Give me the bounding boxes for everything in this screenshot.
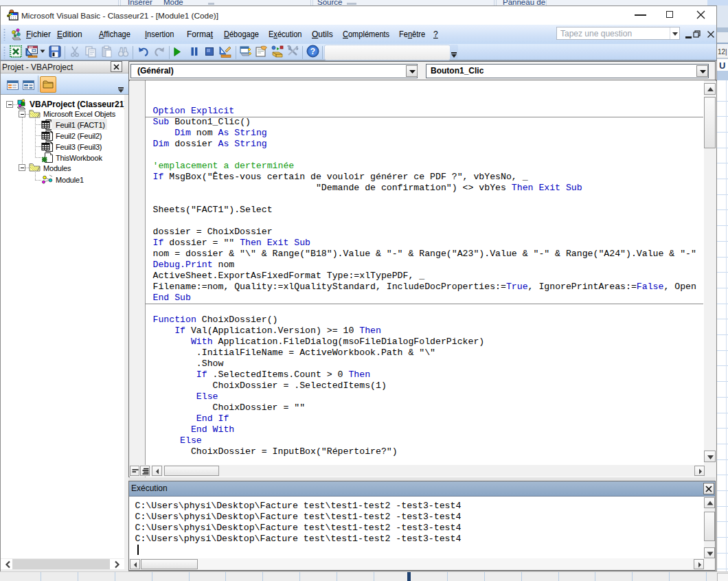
svg-text:?: ? xyxy=(310,47,315,56)
